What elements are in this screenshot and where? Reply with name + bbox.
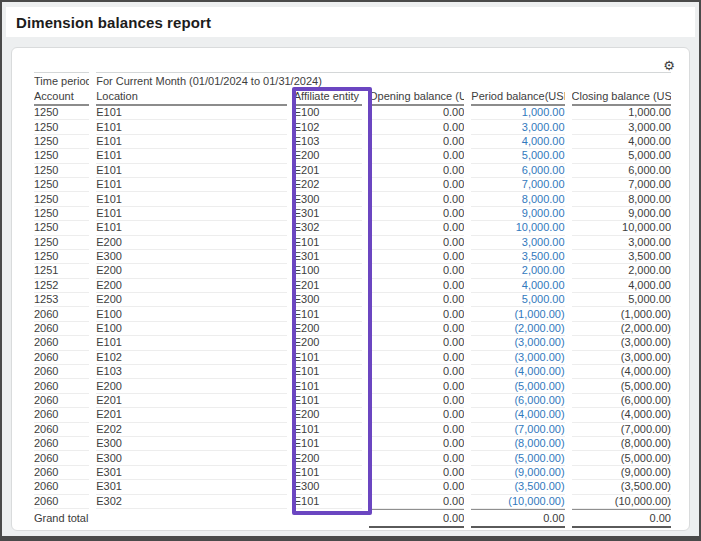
opening-balance-cell: 0.00	[369, 336, 464, 350]
location-cell: E101	[96, 207, 287, 221]
period-balance-cell[interactable]: 4,000.00	[471, 279, 564, 293]
account-cell: 2060	[34, 408, 89, 422]
closing-balance-cell: (10,000.00)	[572, 495, 671, 509]
period-balance-cell[interactable]: 3,000.00	[471, 236, 564, 250]
period-balance-cell[interactable]: (5,000.00)	[471, 379, 564, 393]
card-toolbar: ⚙	[12, 48, 689, 72]
period-balance-cell[interactable]: 9,000.00	[471, 207, 564, 221]
period-balance-cell[interactable]: (2,000.00)	[471, 322, 564, 336]
grand-total-row: Grand total 0.00 0.00 0.00	[34, 509, 671, 528]
account-cell: 2060	[34, 437, 89, 451]
affiliate-entity-cell: E101	[294, 351, 362, 365]
location-cell: E200	[96, 379, 287, 393]
period-balance-cell[interactable]: 1,000.00	[471, 106, 564, 120]
period-balance-cell[interactable]: (3,000.00)	[471, 351, 564, 365]
period-balance-cell[interactable]: (3,000.00)	[471, 336, 564, 350]
grand-total-closing: 0.00	[572, 509, 671, 528]
period-balance-cell[interactable]: 8,000.00	[471, 192, 564, 206]
affiliate-entity-cell: E302	[294, 221, 362, 235]
account-cell: 1250	[34, 135, 89, 149]
table-row: 2060E301E3000.00(3,500.00)(3,500.00)	[34, 480, 671, 494]
column-header-period: Period balance(USD)	[471, 89, 564, 106]
period-balance-cell[interactable]: 10,000.00	[471, 221, 564, 235]
location-cell: E300	[96, 451, 287, 465]
account-cell: 2060	[34, 322, 89, 336]
account-cell: 1250	[34, 106, 89, 120]
period-balance-cell[interactable]: 2,000.00	[471, 264, 564, 278]
closing-balance-cell: 8,000.00	[572, 192, 671, 206]
location-cell: E200	[96, 293, 287, 307]
closing-balance-cell: 3,000.00	[572, 120, 671, 134]
opening-balance-cell: 0.00	[369, 408, 464, 422]
table-row: 1250E101E1000.001,000.001,000.00	[34, 106, 671, 120]
period-balance-cell[interactable]: 6,000.00	[471, 164, 564, 178]
affiliate-entity-cell: E101	[294, 423, 362, 437]
location-cell: E300	[96, 437, 287, 451]
report-card: ⚙ Time period For Current Month (01/01/2…	[11, 47, 690, 531]
affiliate-entity-cell: E101	[294, 394, 362, 408]
location-cell: E102	[96, 351, 287, 365]
account-cell: 1253	[34, 293, 89, 307]
opening-balance-cell: 0.00	[369, 293, 464, 307]
period-balance-cell[interactable]: 7,000.00	[471, 178, 564, 192]
account-cell: 2060	[34, 307, 89, 321]
affiliate-entity-cell: E300	[294, 480, 362, 494]
window: Dimension balances report ⚙ Time period …	[0, 0, 701, 541]
closing-balance-cell: 6,000.00	[572, 164, 671, 178]
table-row: 1250E101E3020.0010,000.0010,000.00	[34, 221, 671, 235]
opening-balance-cell: 0.00	[369, 106, 464, 120]
column-header-closing: Closing balance (USD)	[572, 89, 671, 106]
column-header-affiliate: Affiliate entity	[294, 89, 362, 106]
location-cell: E100	[96, 322, 287, 336]
closing-balance-cell: 7,000.00	[572, 178, 671, 192]
closing-balance-cell: 1,000.00	[572, 106, 671, 120]
table-row: 2060E300E1010.00(8,000.00)(8,000.00)	[34, 437, 671, 451]
location-cell: E100	[96, 307, 287, 321]
opening-balance-cell: 0.00	[369, 178, 464, 192]
period-balance-cell[interactable]: 5,000.00	[471, 293, 564, 307]
period-balance-cell[interactable]: 4,000.00	[471, 135, 564, 149]
opening-balance-cell: 0.00	[369, 322, 464, 336]
closing-balance-cell: (9,000.00)	[572, 466, 671, 480]
dimension-balances-table: Time period For Current Month (01/01/202…	[27, 72, 678, 528]
opening-balance-cell: 0.00	[369, 466, 464, 480]
table-row: 1253E200E3000.005,000.005,000.00	[34, 293, 671, 307]
location-cell: E301	[96, 466, 287, 480]
location-cell: E101	[96, 120, 287, 134]
location-cell: E202	[96, 423, 287, 437]
period-balance-cell[interactable]: (4,000.00)	[471, 365, 564, 379]
opening-balance-cell: 0.00	[369, 120, 464, 134]
opening-balance-cell: 0.00	[369, 480, 464, 494]
opening-balance-cell: 0.00	[369, 236, 464, 250]
closing-balance-cell: (8,000.00)	[572, 437, 671, 451]
table-row: 1250E101E2010.006,000.006,000.00	[34, 164, 671, 178]
account-cell: 2060	[34, 365, 89, 379]
account-cell: 1250	[34, 192, 89, 206]
period-balance-cell[interactable]: (5,000.00)	[471, 451, 564, 465]
period-balance-cell[interactable]: 3,000.00	[471, 120, 564, 134]
column-header-location: Location	[96, 89, 287, 106]
affiliate-entity-cell: E100	[294, 106, 362, 120]
table-row: 2060E100E1010.00(1,000.00)(1,000.00)	[34, 307, 671, 321]
affiliate-entity-cell: E300	[294, 192, 362, 206]
period-balance-cell[interactable]: (3,500.00)	[471, 480, 564, 494]
period-balance-cell[interactable]: 5,000.00	[471, 149, 564, 163]
location-cell: E201	[96, 408, 287, 422]
period-balance-cell[interactable]: (6,000.00)	[471, 394, 564, 408]
period-balance-cell[interactable]: (4,000.00)	[471, 408, 564, 422]
closing-balance-cell: (3,000.00)	[572, 351, 671, 365]
period-balance-cell[interactable]: (7,000.00)	[471, 423, 564, 437]
period-balance-cell[interactable]: (8,000.00)	[471, 437, 564, 451]
opening-balance-cell: 0.00	[369, 192, 464, 206]
closing-balance-cell: (5,000.00)	[572, 379, 671, 393]
table-row: 1252E200E2010.004,000.004,000.00	[34, 279, 671, 293]
period-balance-cell[interactable]: (9,000.00)	[471, 466, 564, 480]
period-balance-cell[interactable]: (1,000.00)	[471, 307, 564, 321]
account-cell: 1250	[34, 221, 89, 235]
period-balance-cell[interactable]: (10,000.00)	[471, 495, 564, 509]
settings-gear-icon[interactable]: ⚙	[663, 59, 675, 72]
affiliate-entity-cell: E201	[294, 279, 362, 293]
page-header: Dimension balances report	[6, 7, 695, 37]
period-balance-cell[interactable]: 3,500.00	[471, 250, 564, 264]
table-row: 1250E300E3010.003,500.003,500.00	[34, 250, 671, 264]
